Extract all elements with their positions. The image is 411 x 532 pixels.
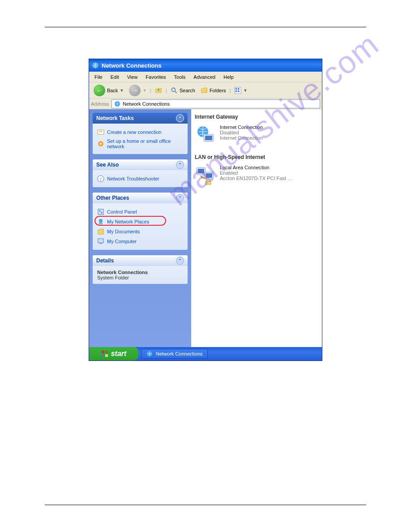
link-my-computer[interactable]: My Computer	[97, 236, 183, 246]
menu-view[interactable]: View	[124, 73, 141, 81]
item-local-area-connection[interactable]: Local Area Connection Enabled Accton EN1…	[195, 165, 318, 186]
folders-label: Folders	[210, 88, 226, 93]
search-label: Search	[180, 88, 195, 93]
svg-rect-4	[235, 88, 237, 90]
see-also-body: i Network Troubleshooter	[93, 170, 188, 187]
link-control-panel[interactable]: Control Panel	[97, 207, 183, 217]
other-places-body: Control Panel My Network Places My Docum…	[93, 203, 188, 250]
views-icon	[234, 87, 241, 94]
svg-rect-31	[102, 354, 104, 357]
title-bar[interactable]: Network Connections	[89, 59, 322, 72]
control-panel-icon	[97, 208, 104, 215]
panel-header-other-places[interactable]: Other Places ⌃	[93, 193, 188, 203]
svg-rect-29	[102, 351, 104, 353]
panel-network-tasks: Network Tasks ⌃ Create a new connection …	[93, 113, 188, 154]
item-internet-connection[interactable]: Internet Connection Disabled Internet Co…	[195, 124, 318, 146]
taskbar: start Network Connections	[89, 347, 322, 360]
panel-header-see-also[interactable]: See Also ⌃	[93, 159, 188, 170]
svg-point-1	[171, 88, 175, 91]
folders-icon	[201, 87, 208, 94]
svg-line-2	[175, 91, 177, 93]
taskbar-task-network-connections[interactable]: Network Connections	[141, 349, 208, 359]
link-setup-network[interactable]: Set up a home or small office network	[97, 137, 183, 150]
details-type: System Folder	[97, 275, 183, 280]
svg-rect-7	[238, 90, 240, 92]
details-name: Network Connections	[97, 270, 183, 275]
taskbar-task-label: Network Connections	[156, 351, 203, 356]
network-tasks-title: Network Tasks	[96, 115, 134, 121]
menu-tools[interactable]: Tools	[171, 73, 189, 81]
menu-advanced[interactable]: Advanced	[190, 73, 219, 81]
network-tasks-body: Create a new connection Set up a home or…	[93, 124, 188, 154]
back-label: Back	[107, 88, 118, 93]
lan-status: Enabled	[220, 170, 292, 176]
search-icon	[171, 87, 178, 94]
views-button[interactable]: ▼	[232, 86, 249, 95]
collapse-icon: ⌃	[176, 194, 184, 202]
svg-point-11	[100, 143, 102, 145]
panel-details: Details ⌃ Network Connections System Fol…	[93, 255, 188, 284]
internet-conn-name: Internet Connection	[220, 124, 263, 130]
search-button[interactable]: Search	[169, 86, 197, 95]
collapse-icon: ⌃	[176, 114, 184, 122]
network-connections-icon	[92, 62, 99, 69]
internet-connection-text: Internet Connection Disabled Internet Co…	[220, 124, 263, 146]
link-my-network-places[interactable]: My Network Places	[97, 217, 183, 227]
folders-button[interactable]: Folders	[199, 86, 228, 95]
menu-favorites[interactable]: Favorites	[142, 73, 169, 81]
link-troubleshooter[interactable]: i Network Troubleshooter	[97, 174, 183, 184]
troubleshooter-label: Network Troubleshooter	[107, 176, 159, 181]
menu-bar: File Edit View Favorites Tools Advanced …	[89, 72, 322, 82]
documents-icon	[97, 228, 104, 235]
create-connection-label: Create a new connection	[107, 129, 162, 135]
window-title: Network Connections	[102, 62, 162, 69]
svg-rect-20	[99, 243, 102, 244]
address-input[interactable]: Network Connections	[111, 99, 320, 108]
section-internet-gateway: Internet Gateway	[195, 114, 318, 120]
menu-help[interactable]: Help	[220, 73, 237, 81]
toolbar-separator-2: |	[166, 88, 167, 93]
menu-file[interactable]: File	[91, 73, 106, 81]
see-also-title: See Also	[96, 162, 119, 168]
link-my-documents[interactable]: My Documents	[97, 227, 183, 236]
toolbar: ← Back ▼ → ▼ | | Search	[89, 82, 322, 99]
panel-other-places: Other Places ⌃ Control Panel My Network …	[93, 193, 188, 250]
internet-conn-status: Disabled	[220, 130, 263, 135]
svg-rect-14	[98, 209, 103, 215]
address-icon	[114, 100, 121, 107]
menu-edit[interactable]: Edit	[107, 73, 123, 81]
section-lan: LAN or High-Speed Internet	[195, 154, 318, 160]
back-dropdown-icon[interactable]: ▼	[120, 88, 124, 93]
network-places-icon	[97, 218, 104, 225]
svg-point-16	[101, 212, 103, 214]
svg-rect-19	[98, 239, 103, 243]
content-area: Network Tasks ⌃ Create a new connection …	[89, 109, 322, 347]
lan-connection-icon	[195, 165, 216, 186]
link-create-connection[interactable]: Create a new connection	[97, 127, 183, 137]
back-button[interactable]: ← Back ▼	[92, 84, 125, 97]
lan-text: Local Area Connection Enabled Accton EN1…	[220, 165, 292, 186]
forward-arrow-icon: →	[129, 85, 141, 96]
control-panel-label: Control Panel	[107, 209, 137, 215]
computer-icon	[97, 238, 104, 245]
svg-rect-30	[105, 351, 108, 353]
sidebar: Network Tasks ⌃ Create a new connection …	[89, 109, 191, 347]
svg-rect-27	[206, 173, 212, 178]
svg-point-15	[99, 210, 101, 212]
start-button[interactable]: start	[89, 347, 138, 360]
svg-rect-25	[198, 169, 204, 173]
setup-network-icon	[97, 140, 104, 147]
toolbar-separator-3: |	[230, 88, 231, 93]
up-button[interactable]	[153, 86, 164, 95]
my-documents-label: My Documents	[107, 229, 140, 234]
svg-rect-32	[105, 354, 108, 357]
window-network-connections: manualshive.com Network Connections File…	[89, 59, 322, 361]
new-connection-icon	[97, 129, 104, 136]
main-content: Internet Gateway Internet Connection Dis…	[191, 109, 322, 347]
panel-header-network-tasks[interactable]: Network Tasks ⌃	[93, 113, 188, 124]
forward-dropdown-icon[interactable]: ▼	[142, 88, 146, 93]
svg-rect-23	[205, 136, 212, 140]
forward-button[interactable]: → ▼	[127, 84, 148, 97]
lan-name: Local Area Connection	[220, 165, 292, 170]
panel-header-details[interactable]: Details ⌃	[93, 255, 188, 266]
